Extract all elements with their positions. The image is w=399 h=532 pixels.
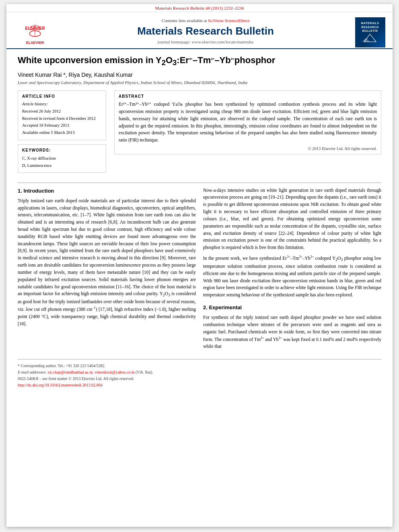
sciverse-link[interactable]: SciVerse ScienceDirect xyxy=(208,18,249,23)
article-title: White upconversion emission in Y2O3:Er3+… xyxy=(18,55,381,68)
article-info-box: ARTICLE INFO Article history: Received 2… xyxy=(18,90,106,140)
keywords-box: Keywords: C, X-ray diffraction D, Lumine… xyxy=(18,144,106,173)
footnote-area: * Corresponding author. Tel.: +91 326 22… xyxy=(18,359,381,388)
email-link-2[interactable]: vineetkrrai@yahoo.co.in xyxy=(95,370,134,374)
section2-heading: 2. Experimental xyxy=(203,304,381,312)
accepted-date: Accepted 18 February 2013 xyxy=(22,122,102,129)
section1-para3: In the present work, we have synthesized… xyxy=(203,255,381,299)
section1-para1: Triply ionized rare earth doped oxide ma… xyxy=(18,197,196,328)
received-date: Received 26 July 2012 xyxy=(22,108,102,115)
body-col-right: Now-a-days intensive studies on white li… xyxy=(203,187,381,353)
article-info-header: ARTICLE INFO xyxy=(22,94,102,99)
doi-link[interactable]: http://dx.doi.org/10.1016/j.materresbull… xyxy=(18,383,103,387)
top-bar: Materials Research Bulletin 48 (2013) 22… xyxy=(6,4,393,12)
publisher-logo-area: ELSEVIER ELSEVIER xyxy=(13,16,57,48)
doi-line: http://dx.doi.org/10.1016/j.materresbull… xyxy=(18,382,381,388)
info-abstract-section: ARTICLE INFO Article history: Received 2… xyxy=(18,90,381,177)
issn-line: 0025-5408/$ – see front matter © 2013 El… xyxy=(18,376,381,382)
available-date: Available online 5 March 2013 xyxy=(22,129,102,136)
history-label: Article history: xyxy=(22,101,102,107)
elsevier-logo-icon: ELSEVIER xyxy=(17,20,53,40)
email-link-1[interactable]: rai.vkap@ismdhanbad.ac.in xyxy=(48,370,93,374)
svg-marker-7 xyxy=(362,38,370,42)
journal-title-area: Contents lists available at SciVerse Sci… xyxy=(57,16,354,48)
elsevier-label: ELSEVIER xyxy=(26,41,44,45)
keywords-header: Keywords: xyxy=(22,148,102,152)
section1-heading: 1. Introduction xyxy=(18,187,196,195)
corresponding-footnote: * Corresponding author. Tel.: +91 326 22… xyxy=(18,363,381,369)
copyright-line: © 2013 Elsevier Ltd. All rights reserved… xyxy=(119,146,377,151)
section-divider xyxy=(18,183,381,183)
journal-badge-icon: MATERIALS RESEARCH BULLETIN xyxy=(355,17,385,47)
abstract-header: ABSTRACT xyxy=(119,94,377,99)
email-footnote: E-mail addresses: rai.vkap@ismdhanbad.ac… xyxy=(18,369,381,376)
article-info-col: ARTICLE INFO Article history: Received 2… xyxy=(18,90,106,177)
authors-line: Vineet Kumar Rai *, Riya Dey, Kaushal Ku… xyxy=(18,72,381,78)
journal-badge-area: MATERIALS RESEARCH BULLETIN xyxy=(354,16,386,48)
journal-title: Materials Research Bulletin xyxy=(61,25,350,37)
keyword-2: D, Luminescence xyxy=(22,162,102,169)
journal-citation: Materials Research Bulletin 48 (2013) 22… xyxy=(155,6,244,10)
abstract-col: ABSTRACT Er³⁺–Tm³⁺–Yb³⁺ codoped Y₂O₃ pho… xyxy=(114,90,381,177)
affiliation-line: Laser and Spectroscopy Laboratory, Depar… xyxy=(18,80,381,85)
body-col-left: 1. Introduction Triply ionized rare eart… xyxy=(18,187,196,353)
journal-header: ELSEVIER ELSEVIER Contents lists availab… xyxy=(6,12,393,49)
sciverse-text: Contents lists available at SciVerse Sci… xyxy=(61,18,350,23)
body-two-col: 1. Introduction Triply ionized rare eart… xyxy=(18,187,381,353)
section1-para2: Now-a-days intensive studies on white li… xyxy=(203,187,381,251)
abstract-text: Er³⁺–Tm³⁺–Yb³⁺ codoped Y₂O₃ phosphor has… xyxy=(119,101,377,144)
received-revised-date: Received in revised form 4 December 2012 xyxy=(22,115,102,122)
journal-homepage: journal homepage: www.elsevier.com/locat… xyxy=(61,39,350,44)
content-area: White upconversion emission in Y2O3:Er3+… xyxy=(6,49,393,396)
badge-graphic-icon xyxy=(362,33,378,43)
section2-para1: For synthesis of the triply ionized rare… xyxy=(203,314,381,350)
abstract-box: ABSTRACT Er³⁺–Tm³⁺–Yb³⁺ codoped Y₂O₃ pho… xyxy=(114,90,381,154)
keywords-list: C, X-ray diffraction D, Luminescence xyxy=(22,155,102,169)
journal-page: Materials Research Bulletin 48 (2013) 22… xyxy=(6,4,393,527)
keyword-1: C, X-ray diffraction xyxy=(22,155,102,162)
